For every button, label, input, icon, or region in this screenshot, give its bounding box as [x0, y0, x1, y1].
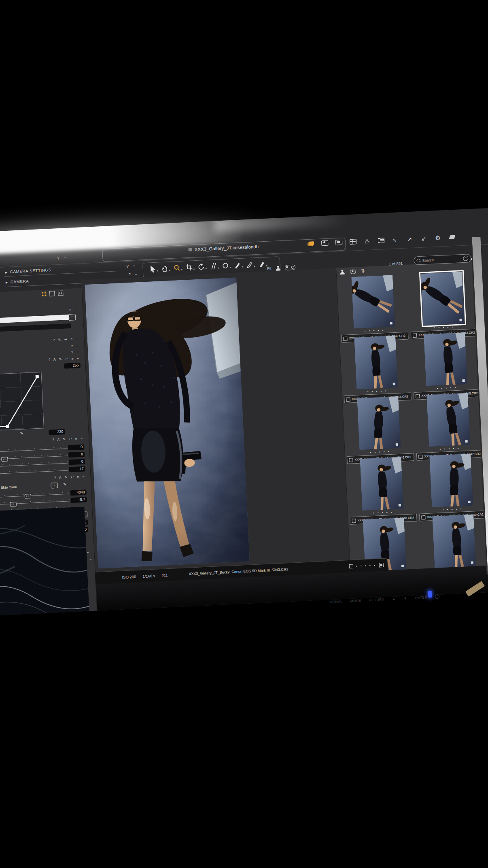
browser-cell[interactable]: • • • • •XXX3_Gallery_JT_B...Mark III_50…	[408, 271, 478, 340]
user-icon[interactable]	[275, 266, 281, 271]
erase-mask-tool[interactable]	[245, 260, 256, 269]
select-cursor-tool[interactable]	[148, 264, 159, 273]
iso-value: ISO 200	[122, 574, 136, 579]
expander-icon[interactable]: ▶	[6, 281, 8, 284]
browser-cell[interactable]: • • • • •XXX3_Gallery_JT_B...Mark III_50…	[414, 392, 484, 461]
straighten-tool[interactable]	[209, 262, 220, 270]
tool-dropdown-dot[interactable]	[193, 268, 195, 270]
tint-value[interactable]: -5.7	[70, 497, 87, 503]
sidebar-section-camera-settings[interactable]: ▶CAMERA SETTINGS	[5, 268, 51, 274]
thumbnail-image[interactable]	[354, 336, 398, 389]
return-button[interactable]: RETURN	[369, 597, 385, 602]
panel-help-collapse[interactable]: ? −	[57, 255, 68, 260]
shutter-value: 1/160 s	[142, 573, 155, 578]
loupe-tool[interactable]	[172, 264, 183, 272]
multiview-icon[interactable]	[349, 238, 357, 245]
color-tag-icon[interactable]	[379, 563, 384, 568]
kelvin-value[interactable]: 4048	[70, 489, 87, 496]
tool-dropdown-dot[interactable]	[169, 270, 170, 271]
spot-removal-tool[interactable]	[221, 261, 232, 270]
rating-dots[interactable]: • • • • •	[356, 563, 376, 568]
tool-dropdown-dot[interactable]	[218, 267, 219, 268]
rotate-tool[interactable]	[197, 262, 208, 271]
skin-tone-label[interactable]: Skin Tone	[1, 485, 17, 489]
tool-dropdown-dot[interactable]	[242, 266, 243, 268]
tool-dropdown-dot[interactable]	[230, 267, 231, 268]
eyedropper-icon[interactable]: ✎	[20, 431, 23, 436]
mode-stepper[interactable]: ↕	[51, 483, 58, 489]
compare-toggle[interactable]	[284, 264, 295, 270]
thumbnail-image[interactable]	[424, 332, 467, 386]
panel-help-collapse[interactable]: ? −	[128, 272, 139, 277]
curve-node[interactable]	[36, 375, 39, 378]
current-filename: XXX3_Gallery_JT_Becky_Canon EOS 5D Mark …	[189, 567, 288, 576]
browser-cell[interactable]: • • • • •XXX3_Gallery_JT_B...Mark III_50…	[344, 396, 414, 464]
mode-button[interactable]: MODE	[350, 598, 361, 603]
thumbnail-image[interactable]	[432, 514, 476, 568]
zoom-in-arrow-icon[interactable]: ↗	[405, 235, 414, 243]
settings-gear-icon[interactable]: ⚙	[433, 234, 442, 241]
proof-view-icon[interactable]	[58, 291, 64, 296]
signal-button[interactable]: SIGNAL	[329, 599, 343, 604]
sort-icon[interactable]: ⇅	[361, 268, 365, 274]
eye-icon[interactable]	[350, 269, 356, 274]
viewer-area	[81, 268, 350, 572]
browser-cell[interactable]: • • • • •XXX3_Gallery_JT_B...Mark III_50…	[347, 456, 417, 525]
share-icon[interactable]	[448, 233, 456, 241]
panel-help-collapse[interactable]: ? −	[126, 264, 137, 268]
power-led	[428, 591, 432, 598]
viewer-icon[interactable]	[335, 238, 343, 246]
capture-camera-icon[interactable]	[320, 239, 329, 247]
expander-icon[interactable]: ▶	[5, 271, 8, 274]
tool-dropdown-dot[interactable]	[254, 266, 255, 267]
slider-value[interactable]: -17	[69, 466, 86, 472]
up-button[interactable]: ▲	[392, 597, 396, 601]
levels-curve[interactable]: Blue	[0, 372, 44, 432]
library-icon[interactable]	[306, 240, 315, 247]
white-balance-row: Skin Tone ↕ ✎	[0, 481, 86, 487]
sidebar-section-camera[interactable]: ▶CAMERA	[6, 279, 29, 285]
thumbnail-image[interactable]	[360, 457, 403, 511]
tool-dropdown-dot[interactable]	[157, 270, 158, 271]
thumbnail-image[interactable]	[351, 275, 395, 329]
collapse-box[interactable]: −	[68, 314, 76, 321]
clear-search-icon[interactable]: −	[463, 255, 469, 261]
focus-detail-pane[interactable]	[0, 507, 90, 616]
pan-hand-tool[interactable]	[160, 264, 171, 273]
browser-cell[interactable]	[419, 514, 488, 569]
thumbnail-image[interactable]	[426, 393, 470, 447]
browser-cell[interactable]: • • • • •XXX3_Gallery_JT_B...Mark III_50…	[341, 335, 411, 404]
enter-button[interactable]: ENTER	[415, 595, 428, 600]
panel-tool-icons[interactable]: ? A ✎ ↩ ≡ −	[0, 474, 86, 484]
levels-black-point[interactable]: 230	[49, 429, 65, 435]
browser-cell[interactable]: • • • • •XXX3_Gallery_JT_B...Mark III_50…	[411, 332, 481, 400]
thumbnail-image[interactable]	[429, 454, 473, 508]
slider-value[interactable]: 0	[68, 445, 85, 451]
thumbnail-image[interactable]	[357, 396, 401, 450]
grid-view-icon[interactable]	[42, 292, 47, 297]
user-icon[interactable]	[339, 270, 345, 275]
tool-dropdown-dot[interactable]	[206, 268, 207, 269]
single-view-icon[interactable]	[49, 291, 55, 297]
browser-cell[interactable]: • • • • •XXX3_Gallery_JT_B...Mark III_50…	[338, 274, 408, 343]
thumbnail-image[interactable]	[421, 272, 465, 326]
wb-eyedropper-icon[interactable]: ✎	[63, 482, 67, 487]
crop-tool[interactable]	[185, 263, 195, 272]
warning-icon: ⚠	[363, 237, 371, 245]
pick-checkbox[interactable]	[349, 564, 353, 568]
browser-cell[interactable]: • • • • •XXX3_Gallery_JT_B...Mark III_50…	[416, 453, 486, 521]
fullscreen-icon[interactable]: ↔	[390, 234, 401, 245]
zoom-out-arrow-icon[interactable]: ↙	[419, 234, 428, 242]
power-button[interactable]	[435, 594, 440, 599]
draw-mask-tool[interactable]	[233, 260, 244, 269]
zoom-fit-select[interactable]: Fit	[267, 266, 272, 270]
tool-dropdown-dot[interactable]	[181, 269, 182, 270]
main-photo[interactable]	[85, 277, 250, 568]
slider-value[interactable]: 0	[68, 452, 85, 458]
image-count: 1 of 891	[389, 261, 403, 266]
down-button[interactable]: ▼	[403, 596, 407, 600]
curve-node[interactable]	[6, 425, 9, 428]
levels-white-point[interactable]: 255	[64, 363, 81, 369]
slider-value[interactable]: 0	[69, 459, 85, 465]
filter-icon[interactable]	[377, 236, 386, 244]
